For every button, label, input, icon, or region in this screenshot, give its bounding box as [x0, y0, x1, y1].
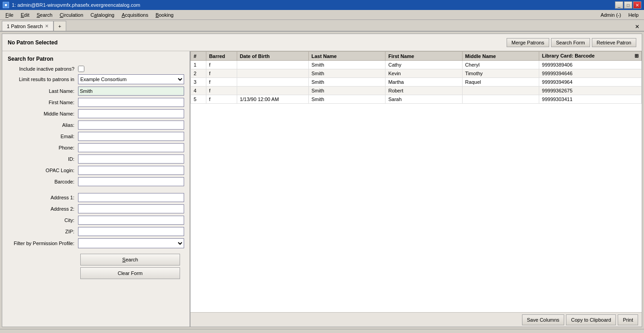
col-header-last[interactable]: Last Name: [308, 52, 385, 61]
col-header-dob[interactable]: Date of Birth: [237, 52, 308, 61]
window-controls[interactable]: _ □ ✕: [615, 1, 641, 9]
cell-barcode: 99999394646: [539, 69, 642, 78]
table-row[interactable]: 3 f Smith Martha Raquel 99999394964: [191, 78, 642, 87]
form-row-address1: Address 1:: [8, 193, 184, 202]
col-header-first[interactable]: First Name: [385, 52, 462, 61]
label-address1: Address 1:: [8, 195, 78, 200]
cell-dob: [237, 78, 308, 87]
first-name-input[interactable]: [78, 98, 184, 107]
header-row: No Patron Selected Merge Patrons Search …: [2, 34, 642, 51]
zip-input[interactable]: [78, 227, 184, 236]
cell-first: Robert: [385, 87, 462, 95]
address2-input[interactable]: [78, 204, 184, 213]
main-area: No Patron Selected Merge Patrons Search …: [2, 34, 642, 327]
cell-barred: f: [206, 87, 237, 95]
form-row-lastname: Last Name:: [8, 87, 184, 96]
address1-input[interactable]: [78, 193, 184, 202]
menu-search[interactable]: Search: [33, 10, 56, 20]
cell-dob: [237, 87, 308, 95]
table-row[interactable]: 1 f Smith Cathy Cheryl 99999389406: [191, 61, 642, 69]
city-input[interactable]: [78, 216, 184, 225]
search-button[interactable]: Search: [80, 254, 180, 265]
cell-middle: [462, 95, 539, 104]
label-alias: Alias:: [8, 122, 78, 128]
cell-dob: [237, 69, 308, 78]
alias-input[interactable]: [78, 121, 184, 130]
search-section-title: Search for Patron: [8, 56, 184, 62]
cell-last: Smith: [308, 69, 385, 78]
cell-barred: f: [206, 69, 237, 78]
table-wrapper[interactable]: # Barred Date of Birth Last Name First N…: [190, 51, 642, 312]
search-form-button[interactable]: Search Form: [551, 38, 590, 47]
label-phone: Phone:: [8, 145, 78, 150]
cell-last: Smith: [308, 78, 385, 87]
menu-acquisitions[interactable]: Acquisitions: [118, 10, 152, 20]
label-limit: Limit results to patrons in: [8, 77, 78, 82]
col-header-num[interactable]: #: [191, 52, 206, 61]
menu-help[interactable]: Help: [624, 10, 642, 20]
menu-bar: File Edit Search Circulation Cataloging …: [0, 10, 644, 20]
minimize-button[interactable]: _: [615, 1, 623, 9]
col-header-middle[interactable]: Middle Name: [462, 52, 539, 61]
id-input[interactable]: [78, 154, 184, 164]
form-row-inactive: Include inactive patrons?: [8, 66, 184, 72]
cell-first: Cathy: [385, 61, 462, 69]
label-address2: Address 2:: [8, 206, 78, 212]
cell-first: Kevin: [385, 69, 462, 78]
middle-name-input[interactable]: [78, 109, 184, 118]
cell-num: 2: [191, 69, 206, 78]
include-inactive-checkbox[interactable]: [78, 66, 84, 72]
opac-login-input[interactable]: [78, 166, 184, 175]
form-row-firstname: First Name:: [8, 98, 184, 107]
cell-dob: 1/13/90 12:00 AM: [237, 95, 308, 104]
tab-close-icon[interactable]: ✕: [45, 24, 49, 29]
menu-booking[interactable]: Booking: [152, 10, 177, 20]
phone-input[interactable]: [78, 143, 184, 152]
clear-form-button[interactable]: Clear Form: [80, 267, 180, 279]
menu-admin[interactable]: Admin (-): [597, 10, 624, 20]
tab-patron-search[interactable]: 1 Patron Search ✕: [2, 21, 54, 31]
menu-circulation[interactable]: Circulation: [56, 10, 87, 20]
close-button[interactable]: ✕: [633, 1, 641, 9]
copy-clipboard-button[interactable]: Copy to Clipboard: [566, 314, 616, 325]
table-row[interactable]: 4 f Smith Robert 99999362675: [191, 87, 642, 95]
cell-num: 5: [191, 95, 206, 104]
content-split: Search for Patron Include inactive patro…: [2, 51, 642, 327]
save-columns-button[interactable]: Save Columns: [522, 314, 565, 325]
email-input[interactable]: [78, 132, 184, 141]
bottom-bar: Save Columns Copy to Clipboard Print: [190, 312, 642, 327]
label-id: ID:: [8, 156, 78, 162]
form-row-permission: Filter by Permission Profile:: [8, 238, 184, 248]
status-bar: [0, 329, 644, 333]
col-header-barred[interactable]: Barred: [206, 52, 237, 61]
permission-profile-select[interactable]: [78, 238, 184, 248]
tab-new[interactable]: +: [54, 21, 66, 31]
col-resize-icon: ⊞: [634, 53, 639, 59]
window-tab-close[interactable]: ✕: [632, 23, 642, 31]
maximize-button[interactable]: □: [624, 1, 632, 9]
title-bar-text: 1: admin@BR1-winxpvmfx.phasefx.evergreen…: [12, 2, 140, 8]
form-row-email: Email:: [8, 132, 184, 141]
cell-barred: f: [206, 78, 237, 87]
last-name-input[interactable]: [78, 87, 184, 96]
menu-edit[interactable]: Edit: [17, 10, 33, 20]
col-header-libcard[interactable]: Library Card: Barcode ⊞: [539, 52, 642, 61]
tab-new-icon: +: [59, 24, 61, 29]
tab-bar: 1 Patron Search ✕ + ✕: [0, 20, 644, 32]
table-header-row: # Barred Date of Birth Last Name First N…: [191, 52, 642, 61]
label-middlename: Middle Name:: [8, 111, 78, 116]
cell-barred: f: [206, 61, 237, 69]
menu-file[interactable]: File: [2, 10, 17, 20]
print-button[interactable]: Print: [618, 314, 638, 325]
menu-cataloging[interactable]: Cataloging: [87, 10, 118, 20]
limit-results-select[interactable]: Example Consortium: [78, 74, 184, 84]
merge-patrons-button[interactable]: Merge Patrons: [507, 38, 549, 47]
cell-last: Smith: [308, 61, 385, 69]
cell-last: Smith: [308, 87, 385, 95]
barcode-input[interactable]: [78, 177, 184, 186]
table-row[interactable]: 2 f Smith Kevin Timothy 99999394646: [191, 69, 642, 78]
form-row-opac: OPAC Login:: [8, 166, 184, 175]
retrieve-patron-button[interactable]: Retrieve Patron: [592, 38, 636, 47]
table-row[interactable]: 5 f 1/13/90 12:00 AM Smith Sarah 9999930…: [191, 95, 642, 104]
cell-last: Smith: [308, 95, 385, 104]
